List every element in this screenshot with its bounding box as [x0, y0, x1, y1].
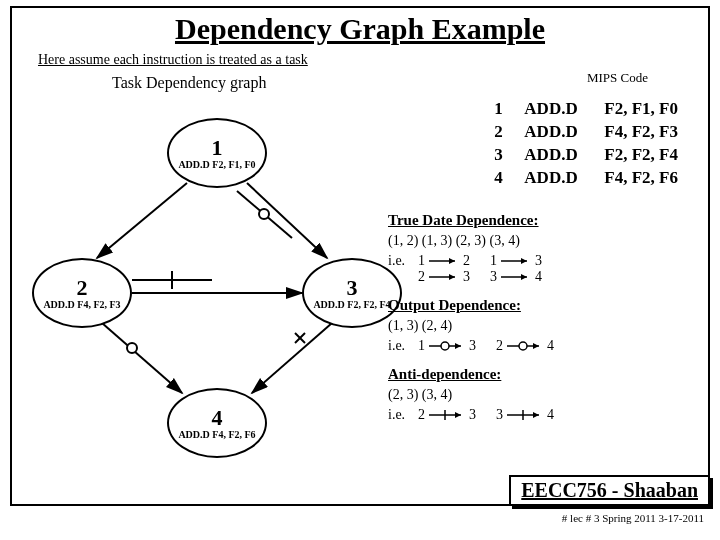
slide-frame: Dependency Graph Example Here assume eac…: [10, 6, 710, 506]
arrow-to: 3: [469, 338, 476, 354]
svg-line-2: [237, 191, 292, 238]
arrow-to: 4: [547, 407, 554, 423]
node-instr: ADD.D F4, F2, F6: [169, 429, 265, 440]
code-num: 2: [494, 121, 524, 144]
arrow-from: 2: [496, 338, 503, 354]
node-instr: ADD.D F2, F1, F0: [169, 159, 265, 170]
output-dep-pairs: (1, 3) (2, 4): [388, 318, 688, 334]
arrow-to: 4: [535, 269, 542, 285]
arrow-to: 3: [463, 269, 470, 285]
slide-subtitle: Here assume each instruction is treated …: [38, 52, 708, 68]
footer-course-box: EECC756 - Shaaban: [509, 475, 710, 506]
code-num: 3: [494, 144, 524, 167]
svg-line-9: [252, 323, 332, 393]
arrow-output-icon: [505, 340, 545, 352]
code-num: 1: [494, 98, 524, 121]
mips-code-block: 1 ADD.D F2, F1, F0 2 ADD.D F4, F2, F3 3 …: [494, 98, 678, 190]
arrow-anti-icon: [505, 409, 545, 421]
arrow-from: 3: [496, 407, 503, 423]
ie-label: i.e.: [388, 253, 416, 269]
node-num: 4: [169, 407, 265, 429]
arrow-from: 2: [418, 269, 425, 285]
anti-dep-heading: Anti-dependence:: [388, 366, 688, 383]
arrow-from: 1: [490, 253, 497, 269]
arrow-from: 1: [418, 253, 425, 269]
anti-dep-pairs: (2, 3) (3, 4): [388, 387, 688, 403]
arrow-from: 1: [418, 338, 425, 354]
code-row: 2 ADD.D F4, F2, F3: [494, 121, 678, 144]
svg-point-8: [127, 343, 137, 353]
arrow-to: 2: [463, 253, 470, 269]
output-dep-arrows: i.e. 1 3 2 4: [388, 338, 688, 354]
arrow-anti-icon: [427, 409, 467, 421]
anti-dep-arrows: i.e. 2 3 3 4: [388, 407, 688, 423]
arrow-to: 3: [535, 253, 542, 269]
dependence-section: True Date Dependence: (1, 2) (1, 3) (2, …: [388, 208, 688, 423]
code-op: ADD.D: [524, 167, 604, 190]
svg-point-17: [441, 342, 449, 350]
arrow-icon: [499, 272, 533, 282]
svg-line-11: [295, 333, 305, 343]
svg-line-1: [247, 183, 327, 258]
code-num: 4: [494, 167, 524, 190]
graph-node-2: 2 ADD.D F4, F2, F3: [32, 258, 132, 328]
code-op: ADD.D: [524, 121, 604, 144]
node-num: 1: [169, 137, 265, 159]
node-num: 3: [304, 277, 400, 299]
graph-node-1: 1 ADD.D F2, F1, F0: [167, 118, 267, 188]
ie-label: i.e.: [388, 338, 416, 354]
output-dep-heading: Output Dependence:: [388, 297, 688, 314]
svg-point-19: [519, 342, 527, 350]
slide-title: Dependency Graph Example: [12, 12, 708, 46]
arrow-from: 3: [490, 269, 497, 285]
arrow-icon: [499, 256, 533, 266]
svg-line-0: [97, 183, 187, 258]
code-args: F2, F1, F0: [604, 98, 678, 121]
graph-node-4: 4 ADD.D F4, F2, F6: [167, 388, 267, 458]
true-dep-arrows: i.e. 1 2 1 3: [388, 253, 688, 269]
graph-node-3: 3 ADD.D F2, F2, F4: [302, 258, 402, 328]
true-dep-heading: True Date Dependence:: [388, 212, 688, 229]
svg-line-7: [102, 323, 182, 393]
code-op: ADD.D: [524, 144, 604, 167]
code-row: 4 ADD.D F4, F2, F6: [494, 167, 678, 190]
svg-point-3: [259, 209, 269, 219]
node-instr: ADD.D F2, F2, F4: [304, 299, 400, 310]
footer-note: # lec # 3 Spring 2011 3-17-2011: [562, 512, 704, 524]
code-args: F4, F2, F3: [604, 121, 678, 144]
arrow-output-icon: [427, 340, 467, 352]
node-num: 2: [34, 277, 130, 299]
node-instr: ADD.D F4, F2, F3: [34, 299, 130, 310]
code-args: F2, F2, F4: [604, 144, 678, 167]
arrow-from: 2: [418, 407, 425, 423]
arrow-icon: [427, 272, 461, 282]
arrow-to: 3: [469, 407, 476, 423]
code-args: F4, F2, F6: [604, 167, 678, 190]
svg-line-10: [295, 333, 305, 343]
true-dep-pairs: (1, 2) (1, 3) (2, 3) (3, 4): [388, 233, 688, 249]
ie-label: i.e.: [388, 407, 416, 423]
true-dep-arrows: 2 3 3 4: [388, 269, 688, 285]
arrow-icon: [427, 256, 461, 266]
code-row: 1 ADD.D F2, F1, F0: [494, 98, 678, 121]
code-op: ADD.D: [524, 98, 604, 121]
arrow-to: 4: [547, 338, 554, 354]
mips-code-label: MIPS Code: [587, 70, 648, 86]
code-row: 3 ADD.D F2, F2, F4: [494, 144, 678, 167]
